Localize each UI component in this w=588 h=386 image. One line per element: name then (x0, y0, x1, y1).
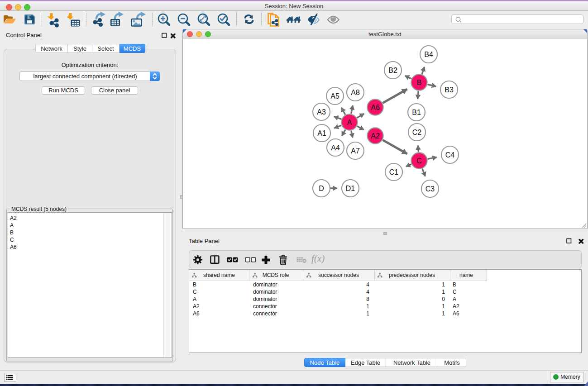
svg-text:A3: A3 (317, 108, 326, 116)
svg-text:A5: A5 (330, 92, 339, 100)
svg-text:D1: D1 (346, 185, 355, 192)
svg-text:B3: B3 (445, 86, 454, 94)
svg-text:C2: C2 (412, 129, 422, 136)
svg-text:A7: A7 (351, 147, 360, 155)
svg-text:A6: A6 (371, 104, 380, 111)
svg-text:D: D (319, 185, 324, 192)
svg-text:B2: B2 (388, 67, 397, 74)
svg-text:C3: C3 (425, 185, 435, 193)
svg-text:B4: B4 (424, 51, 433, 58)
svg-text:C: C (416, 157, 422, 165)
svg-text:B: B (417, 79, 422, 86)
svg-text:A4: A4 (331, 144, 340, 152)
svg-text:A: A (347, 119, 352, 126)
svg-text:A8: A8 (351, 89, 360, 96)
svg-text:A1: A1 (317, 129, 326, 137)
svg-text:C4: C4 (445, 151, 455, 159)
svg-text:A2: A2 (371, 132, 380, 140)
svg-text:B1: B1 (412, 109, 421, 116)
svg-text:C1: C1 (389, 168, 399, 176)
